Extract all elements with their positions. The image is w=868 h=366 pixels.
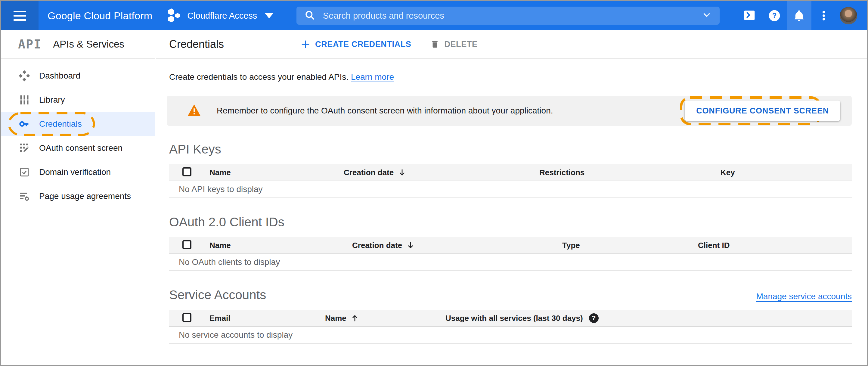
sidebar-item-label: OAuth consent screen: [39, 143, 123, 153]
banner-message: Remember to configure the OAuth consent …: [217, 106, 680, 116]
sidebar-item-oauth-consent-screen[interactable]: OAuth consent screen: [1, 136, 155, 160]
sidebar-item-label: Credentials: [39, 119, 82, 129]
sidebar-nav: Dashboard Library Credentials: [1, 64, 155, 208]
column-header-creation-date[interactable]: Creation date: [352, 241, 562, 250]
main-menu-button[interactable]: [1, 1, 38, 30]
column-header-name[interactable]: Name: [210, 168, 344, 177]
select-all-checkbox[interactable]: [182, 313, 191, 322]
usage-help-icon[interactable]: ?: [589, 313, 599, 323]
oauth-clients-empty-row: No OAuth clients to display: [169, 254, 852, 271]
cloud-shell-button[interactable]: [737, 1, 762, 30]
create-credentials-button[interactable]: CREATE CREDENTIALS: [301, 39, 411, 49]
page-content: Create credentials to access your enable…: [156, 72, 867, 344]
sidebar-item-library[interactable]: Library: [1, 88, 155, 112]
column-header-restrictions[interactable]: Restrictions: [539, 168, 720, 177]
svg-text:?: ?: [772, 11, 777, 20]
page-agreements-icon: [19, 190, 30, 202]
column-header-client-id[interactable]: Client ID: [698, 241, 852, 250]
oauth-clients-section: OAuth 2.0 Client IDs Name Creation date …: [169, 215, 852, 271]
select-all-checkbox[interactable]: [182, 167, 191, 176]
three-dot-menu-icon: [818, 9, 830, 22]
service-accounts-title: Service Accounts: [169, 288, 266, 302]
delete-button[interactable]: DELETE: [430, 39, 477, 49]
sort-desc-icon: [398, 168, 406, 177]
project-name: Cloudflare Access: [187, 11, 257, 21]
column-header-usage[interactable]: Usage with all services (last 30 days) ?: [445, 313, 852, 323]
api-logo: API: [18, 37, 41, 51]
gcp-logo[interactable]: Google Cloud Platform: [48, 10, 152, 22]
column-header-name[interactable]: Name: [325, 314, 445, 323]
column-header-name[interactable]: Name: [210, 241, 352, 250]
main-panel: Credentials CREATE CREDENTIALS DELETE Cr…: [156, 30, 867, 365]
sidebar-item-label: Library: [39, 95, 65, 105]
project-icon: [168, 8, 181, 24]
configure-consent-screen-button[interactable]: CONFIGURE CONSENT SCREEN: [685, 100, 840, 121]
search-bar[interactable]: [297, 7, 720, 25]
sidebar-item-dashboard[interactable]: Dashboard: [1, 64, 155, 88]
help-icon: ?: [768, 9, 781, 22]
api-keys-section: API Keys Name Creation date Restrictions: [169, 142, 852, 198]
select-all-checkbox[interactable]: [182, 240, 191, 249]
page-toolbar: Credentials CREATE CREDENTIALS DELETE: [156, 30, 867, 59]
consent-warning-banner: Remember to configure the OAuth consent …: [167, 96, 852, 126]
account-avatar[interactable]: [840, 7, 857, 24]
api-keys-table-header: Name Creation date Restrictions Key: [169, 164, 852, 181]
sidebar-item-label: Dashboard: [39, 71, 80, 81]
sidebar-item-page-usage-agreements[interactable]: Page usage agreements: [1, 184, 155, 208]
project-selector[interactable]: Cloudflare Access: [168, 8, 273, 24]
sort-asc-icon: [351, 314, 359, 323]
hamburger-icon: [13, 11, 26, 21]
bell-icon: [793, 9, 805, 22]
api-keys-empty-row: No API keys to display: [169, 181, 852, 198]
trash-icon: [430, 39, 439, 49]
library-icon: [19, 94, 30, 105]
warning-icon: [187, 104, 201, 118]
search-expand-chevron-icon[interactable]: [702, 10, 712, 21]
search-icon: [304, 10, 315, 22]
sort-desc-icon: [406, 241, 415, 249]
learn-more-link[interactable]: Learn more: [351, 72, 394, 82]
sidebar-title: APIs & Services: [53, 38, 124, 50]
sidebar-item-label: Domain verification: [39, 167, 111, 177]
oauth-clients-title: OAuth 2.0 Client IDs: [169, 215, 284, 230]
consent-screen-icon: [19, 142, 30, 154]
service-accounts-empty-row: No service accounts to display: [169, 327, 852, 344]
plus-icon: [301, 39, 310, 49]
sidebar-item-credentials[interactable]: Credentials: [1, 112, 155, 136]
header-actions: ?: [737, 1, 867, 30]
domain-verification-icon: [19, 166, 30, 178]
sidebar-header: API APIs & Services: [1, 30, 155, 59]
manage-service-accounts-link[interactable]: Manage service accounts: [756, 292, 852, 301]
notifications-button[interactable]: [787, 1, 811, 30]
overflow-menu-button[interactable]: [811, 1, 836, 30]
column-header-key[interactable]: Key: [720, 168, 852, 177]
column-header-email[interactable]: Email: [210, 314, 325, 323]
sidebar: API APIs & Services Dashboard: [1, 30, 155, 365]
dashboard-icon: [19, 70, 30, 82]
intro-text: Create credentials to access your enable…: [169, 72, 852, 82]
column-header-type[interactable]: Type: [562, 241, 698, 250]
sidebar-item-label: Page usage agreements: [39, 191, 131, 201]
search-input[interactable]: [323, 11, 702, 21]
sidebar-item-domain-verification[interactable]: Domain verification: [1, 160, 155, 184]
help-button[interactable]: ?: [762, 1, 787, 30]
app-window: Google Cloud Platform Cloudflare Access: [0, 0, 868, 366]
service-accounts-section: Service Accounts Manage service accounts…: [169, 288, 852, 344]
service-accounts-table-header: Email Name Usage with all services (last…: [169, 310, 852, 327]
api-keys-title: API Keys: [169, 142, 221, 156]
column-header-creation-date[interactable]: Creation date: [344, 168, 539, 177]
key-icon: [19, 118, 30, 130]
oauth-clients-table-header: Name Creation date Type Client ID: [169, 237, 852, 254]
configure-consent-wrap: CONFIGURE CONSENT SCREEN: [680, 96, 845, 125]
terminal-icon: [743, 9, 756, 22]
page-title: Credentials: [169, 38, 224, 51]
top-navbar: Google Cloud Platform Cloudflare Access: [1, 1, 867, 30]
chevron-down-icon: [265, 13, 273, 18]
